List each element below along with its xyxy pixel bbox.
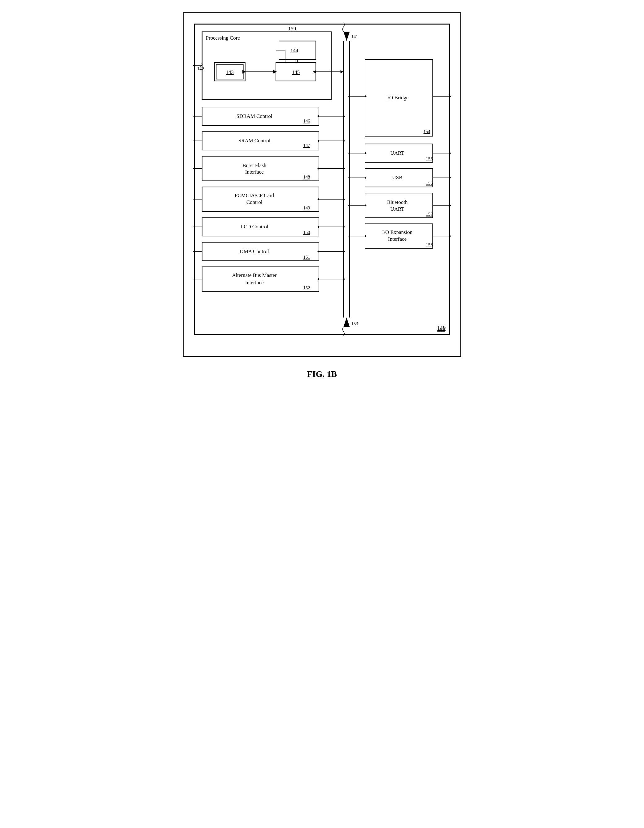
sram-control-label: SRAM Control bbox=[239, 138, 270, 144]
ref-147: 147 bbox=[303, 143, 310, 148]
svg-marker-21 bbox=[317, 115, 319, 118]
svg-marker-82 bbox=[365, 204, 367, 207]
ref-155: 155 bbox=[426, 156, 433, 161]
dma-control-label: DMA Control bbox=[240, 248, 269, 254]
svg-rect-52 bbox=[202, 267, 319, 291]
ref-151: 151 bbox=[303, 255, 310, 260]
ref-156: 156 bbox=[426, 181, 433, 186]
outer-ref-140: 140 bbox=[437, 326, 445, 332]
svg-marker-45 bbox=[317, 226, 319, 228]
ref-153: 153 bbox=[351, 321, 358, 326]
ref-149: 149 bbox=[303, 205, 310, 210]
io-exp-label1: I/O Expansion bbox=[382, 229, 412, 235]
ref-157: 157 bbox=[426, 212, 433, 216]
ref-144: 144 bbox=[291, 48, 298, 53]
burst-flash-label2: Interface bbox=[245, 169, 264, 175]
figure-label: FIG. 1B bbox=[307, 369, 337, 379]
svg-marker-39 bbox=[317, 198, 319, 201]
svg-rect-1 bbox=[202, 32, 331, 99]
pcmcia-label1: PCMCIA/CF Card bbox=[235, 193, 274, 198]
diagram-svg: 140 Processing Core 159 144 143 145 bbox=[193, 23, 451, 345]
io-exp-label2: Interface bbox=[388, 236, 407, 242]
svg-marker-73 bbox=[449, 152, 451, 154]
svg-marker-33 bbox=[317, 168, 319, 170]
io-bridge-label: I/O Bridge bbox=[386, 95, 409, 100]
svg-marker-71 bbox=[348, 152, 350, 154]
ref-148: 148 bbox=[303, 174, 310, 179]
ref-152: 152 bbox=[303, 285, 310, 290]
svg-marker-61 bbox=[344, 317, 350, 327]
ref-154: 154 bbox=[424, 129, 431, 134]
svg-rect-28 bbox=[202, 156, 319, 181]
ref-158: 158 bbox=[426, 242, 433, 247]
svg-marker-88 bbox=[365, 235, 367, 237]
bt-uart-label1: Bluetooth bbox=[387, 199, 408, 205]
burst-flash-label1: Burst Flash bbox=[242, 162, 267, 168]
svg-marker-91 bbox=[449, 235, 451, 237]
processing-core-label: Processing Core bbox=[206, 35, 240, 41]
lcd-control-label: LCD Control bbox=[240, 224, 269, 230]
svg-marker-89 bbox=[348, 235, 350, 237]
svg-marker-85 bbox=[449, 204, 451, 207]
svg-marker-57 bbox=[317, 278, 319, 280]
svg-marker-64 bbox=[365, 95, 367, 97]
svg-marker-76 bbox=[365, 176, 367, 179]
svg-marker-51 bbox=[317, 250, 319, 253]
svg-marker-83 bbox=[348, 204, 350, 207]
uart-label: UART bbox=[390, 150, 405, 156]
svg-marker-67 bbox=[449, 95, 451, 97]
alt-bus-label2: Interface bbox=[245, 280, 264, 285]
alt-bus-label1: Alternate Bus Master bbox=[232, 272, 277, 278]
svg-marker-70 bbox=[365, 152, 367, 154]
svg-marker-27 bbox=[317, 140, 319, 142]
svg-marker-65 bbox=[348, 95, 350, 97]
sdram-control-label: SDRAM Control bbox=[237, 113, 272, 119]
svg-marker-15 bbox=[193, 64, 195, 67]
ref-159: 159 bbox=[288, 26, 296, 31]
ref-141: 141 bbox=[351, 34, 358, 39]
svg-marker-77 bbox=[348, 176, 350, 179]
svg-marker-79 bbox=[449, 176, 451, 179]
ref-143: 143 bbox=[226, 69, 234, 75]
ref-146: 146 bbox=[303, 119, 310, 124]
bt-uart-label2: UART bbox=[390, 206, 405, 212]
svg-marker-60 bbox=[344, 32, 350, 41]
outer-box: 140 Processing Core 159 144 143 145 bbox=[183, 13, 461, 357]
pcmcia-label2: Control bbox=[247, 199, 262, 205]
ref-150: 150 bbox=[303, 230, 310, 235]
page-wrapper: 140 Processing Core 159 144 143 145 bbox=[183, 13, 461, 379]
usb-label: USB bbox=[392, 174, 402, 180]
ref-145: 145 bbox=[292, 69, 300, 75]
svg-marker-13 bbox=[313, 70, 316, 73]
svg-rect-80 bbox=[365, 193, 432, 218]
